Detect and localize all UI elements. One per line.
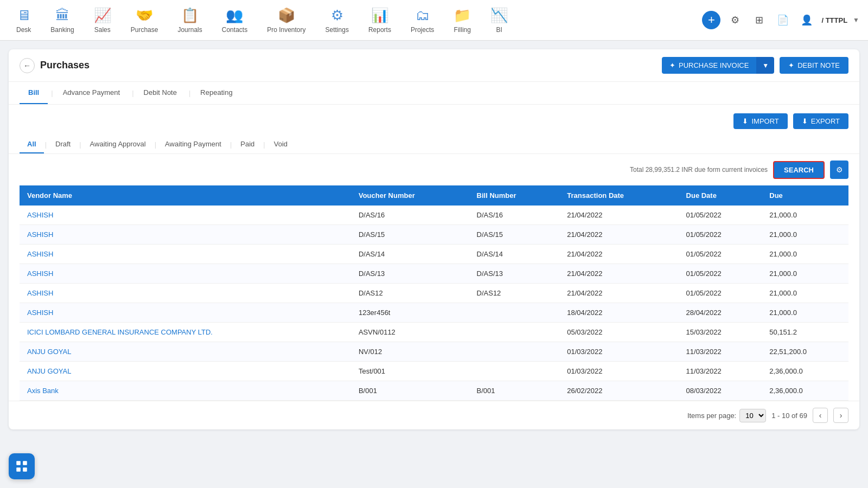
cell-vendor[interactable]: ANJU GOYAL xyxy=(20,342,351,362)
cell-vendor[interactable]: ASHISH xyxy=(20,225,351,245)
nav-label-reports: Reports xyxy=(368,26,391,34)
nav-label-settings: Settings xyxy=(326,26,349,34)
debit-note-button[interactable]: ✦ DEBIT NOTE xyxy=(780,57,848,74)
vendor-link[interactable]: ASHISH xyxy=(27,230,53,239)
document-button[interactable]: 📄 xyxy=(774,11,792,29)
cell-vendor[interactable]: ASHISH xyxy=(20,284,351,303)
items-per-page-label: Items per page: xyxy=(687,412,736,420)
status-tab-draft[interactable]: Draft xyxy=(48,136,78,153)
cell-due-date: 01/05/2022 xyxy=(679,245,762,264)
export-button[interactable]: ⬇ EXPORT xyxy=(793,113,848,129)
purchase-invoice-dropdown-button[interactable]: ▼ xyxy=(756,57,774,74)
vendor-link[interactable]: ASHISH xyxy=(27,269,53,278)
cell-bill xyxy=(469,303,560,323)
table-row[interactable]: Axis Bank B/001 B/001 26/02/2022 08/03/2… xyxy=(20,381,848,401)
vendor-link[interactable]: ANJU GOYAL xyxy=(27,367,71,375)
table-row[interactable]: ASHISH D/AS12 D/AS12 21/04/2022 01/05/20… xyxy=(20,284,848,303)
vendor-link[interactable]: ANJU GOYAL xyxy=(27,348,71,356)
cell-due: 21,000.0 xyxy=(762,303,848,323)
page-range: 1 - 10 of 69 xyxy=(771,412,807,420)
vendor-link[interactable]: ASHISH xyxy=(27,250,53,258)
cell-transaction-date: 05/03/2022 xyxy=(559,323,678,342)
table-row[interactable]: ASHISH D/AS/14 D/AS/14 21/04/2022 01/05/… xyxy=(20,245,848,264)
nav-item-filling[interactable]: 📁 Filling xyxy=(446,3,478,38)
vendor-link[interactable]: ASHISH xyxy=(27,289,53,297)
purchases-card: ← Purchases ✦ PURCHASE INVOICE ▼ ✦ DEBIT… xyxy=(9,49,859,429)
tab-advance-payment[interactable]: Advance Payment xyxy=(54,82,129,104)
nav-item-desk[interactable]: 🖥 Desk xyxy=(9,3,39,38)
cell-transaction-date: 18/04/2022 xyxy=(559,303,678,323)
cell-vendor[interactable]: Axis Bank xyxy=(20,381,351,401)
import-button[interactable]: ⬇ IMPORT xyxy=(733,113,787,129)
vendor-link[interactable]: ASHISH xyxy=(27,211,53,219)
gear-settings-button[interactable]: ⚙ xyxy=(726,11,744,29)
projects-icon: 🗂 xyxy=(416,7,430,24)
cell-due-date: 28/04/2022 xyxy=(679,303,762,323)
cell-bill: D/AS/16 xyxy=(469,206,560,225)
status-tab-void[interactable]: Void xyxy=(266,136,295,153)
cell-bill xyxy=(469,342,560,362)
table-row[interactable]: ASHISH D/AS/15 D/AS/15 21/04/2022 01/05/… xyxy=(20,225,848,245)
prev-page-button[interactable]: ‹ xyxy=(813,408,828,423)
cell-voucher: D/AS12 xyxy=(351,284,469,303)
user-button[interactable]: 👤 xyxy=(797,11,816,29)
table-row[interactable]: ASHISH D/AS/16 D/AS/16 21/04/2022 01/05/… xyxy=(20,206,848,225)
next-page-button[interactable]: › xyxy=(833,408,848,423)
tab-debit-note[interactable]: Debit Note xyxy=(135,82,186,104)
nav-item-journals[interactable]: 📋 Journals xyxy=(170,3,209,38)
pro-inventory-icon: 📦 xyxy=(278,7,295,24)
purchase-invoice-main-button[interactable]: ✦ PURCHASE INVOICE xyxy=(662,57,756,74)
cell-voucher: ASVN/0112 xyxy=(351,323,469,342)
back-button[interactable]: ← xyxy=(20,58,35,73)
nav-item-pro-inventory[interactable]: 📦 Pro Inventory xyxy=(259,3,313,38)
add-button[interactable]: + xyxy=(702,11,720,29)
nav-item-projects[interactable]: 🗂 Projects xyxy=(403,3,442,38)
cell-voucher: D/AS/13 xyxy=(351,264,469,284)
cell-vendor[interactable]: ASHISH xyxy=(20,264,351,284)
table-row[interactable]: ICICI LOMBARD GENERAL INSURANCE COMPANY … xyxy=(20,323,848,342)
cell-due-date: 01/05/2022 xyxy=(679,206,762,225)
nav-item-purchase[interactable]: 🤝 Purchase xyxy=(123,3,166,38)
nav-label-filling: Filling xyxy=(454,26,471,34)
table-row[interactable]: ASHISH D/AS/13 D/AS/13 21/04/2022 01/05/… xyxy=(20,264,848,284)
nav-item-reports[interactable]: 📊 Reports xyxy=(361,3,399,38)
card-header-left: ← Purchases xyxy=(20,58,90,73)
tab-repeating[interactable]: Repeating xyxy=(192,82,241,104)
cell-due: 21,000.0 xyxy=(762,245,848,264)
cell-vendor[interactable]: ICICI LOMBARD GENERAL INSURANCE COMPANY … xyxy=(20,323,351,342)
cell-due-date: 01/05/2022 xyxy=(679,284,762,303)
nav-item-sales[interactable]: 📈 Sales xyxy=(86,3,119,38)
table-settings-button[interactable]: ⚙ xyxy=(830,160,848,179)
cell-vendor[interactable]: ASHISH xyxy=(20,206,351,225)
cell-transaction-date: 21/04/2022 xyxy=(559,245,678,264)
tab-bill[interactable]: Bill xyxy=(20,82,48,104)
per-page-select[interactable]: 10 25 50 xyxy=(739,409,766,422)
nav-item-bi[interactable]: 📉 BI xyxy=(483,3,515,38)
status-tab-awaiting-payment[interactable]: Awaiting Payment xyxy=(157,136,229,153)
status-tab-awaiting-approval[interactable]: Awaiting Approval xyxy=(82,136,154,153)
nav-item-settings[interactable]: ⚙ Settings xyxy=(318,3,356,38)
vendor-link[interactable]: ASHISH xyxy=(27,309,53,317)
vendor-link[interactable]: ICICI LOMBARD GENERAL INSURANCE COMPANY … xyxy=(27,328,213,336)
grid-button[interactable]: ⊞ xyxy=(750,11,768,29)
cell-vendor[interactable]: ASHISH xyxy=(20,303,351,323)
status-tab-paid[interactable]: Paid xyxy=(233,136,262,153)
main-tabs: Bill | Advance Payment | Debit Note | Re… xyxy=(9,82,859,105)
nav-item-banking[interactable]: 🏛 Banking xyxy=(43,3,81,38)
nav-item-contacts[interactable]: 👥 Contacts xyxy=(214,3,255,38)
search-button[interactable]: SEARCH xyxy=(773,161,825,179)
purchases-table: Vendor Name Voucher Number Bill Number T… xyxy=(20,185,848,401)
total-due-text: Total 28,99,351.2 INR due form current i… xyxy=(630,166,768,174)
table-row[interactable]: ANJU GOYAL NV/012 01/03/2022 11/03/2022 … xyxy=(20,342,848,362)
nav-label-pro-inventory: Pro Inventory xyxy=(267,26,305,34)
status-tab-all[interactable]: All xyxy=(20,136,44,153)
cell-vendor[interactable]: ASHISH xyxy=(20,245,351,264)
table-row[interactable]: ASHISH 123er456t 18/04/2022 28/04/2022 2… xyxy=(20,303,848,323)
cell-transaction-date: 21/04/2022 xyxy=(559,206,678,225)
company-name: / TTTPL xyxy=(821,16,847,24)
table-row[interactable]: ANJU GOYAL Test/001 01/03/2022 11/03/202… xyxy=(20,362,848,381)
cell-bill: D/AS12 xyxy=(469,284,560,303)
vendor-link[interactable]: Axis Bank xyxy=(27,387,59,395)
purchase-invoice-split-button[interactable]: ✦ PURCHASE INVOICE ▼ xyxy=(662,57,774,74)
cell-vendor[interactable]: ANJU GOYAL xyxy=(20,362,351,381)
